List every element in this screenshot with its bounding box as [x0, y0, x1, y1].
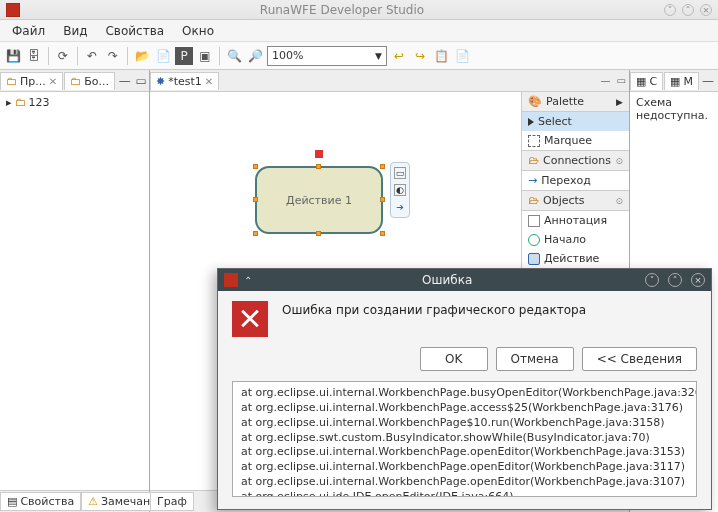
resize-handle[interactable] [316, 231, 321, 236]
reload-icon[interactable]: ⟳ [54, 47, 72, 65]
palette-action[interactable]: Действие [522, 249, 629, 268]
save-icon[interactable]: 💾 [4, 47, 22, 65]
palette-item-label: Аннотация [544, 214, 607, 227]
minimize-icon[interactable]: ˅ [645, 273, 659, 287]
palette-marquee[interactable]: Marquee [522, 131, 629, 150]
stack-line: at org.eclipse.ui.ide.IDE.openEditor(IDE… [241, 490, 688, 497]
tab-label: *test1 [168, 75, 202, 88]
minimize-view-icon[interactable]: — [701, 72, 715, 90]
details-button[interactable]: << Сведения [582, 347, 697, 371]
zoom-value: 100% [272, 49, 303, 62]
props-icon[interactable]: P [175, 47, 193, 65]
stack-line: at org.eclipse.ui.internal.WorkbenchPage… [241, 475, 688, 490]
minimize-view-icon[interactable]: — [598, 75, 614, 86]
resize-handle[interactable] [253, 197, 258, 202]
close-icon[interactable]: × [691, 273, 705, 287]
ctx-tool-icon[interactable]: ➔ [394, 201, 406, 213]
palette-start[interactable]: Начало [522, 230, 629, 249]
resize-handle[interactable] [380, 197, 385, 202]
maximize-icon[interactable]: ˄ [668, 273, 682, 287]
cancel-button[interactable]: Отмена [496, 347, 574, 371]
folder-icon: 🗀 [15, 96, 26, 109]
ctx-tool-icon[interactable]: ▭ [394, 167, 406, 179]
tab-label: Граф [157, 495, 187, 508]
node-context-palette[interactable]: ▭ ◐ ➔ [390, 162, 410, 218]
tree-item-label: 123 [29, 96, 50, 109]
palette-item-label: Select [538, 115, 572, 128]
minimize-view-icon[interactable]: — [117, 72, 133, 90]
palette-group-connections[interactable]: 🗁 Connections ⊙ [522, 150, 629, 171]
nav-fwd-icon[interactable]: ↪ [411, 47, 429, 65]
palette-header[interactable]: 🎨 Palette ▶ [522, 92, 629, 112]
minimize-icon[interactable]: ˅ [664, 4, 676, 16]
maximize-icon[interactable]: ˄ [682, 4, 694, 16]
nav-back-icon[interactable]: ↩ [390, 47, 408, 65]
left-view-tabs: 🗀 Пр... ✕ 🗀 Бо... — ▭ [0, 70, 149, 92]
restore-view-icon[interactable]: ▭ [133, 72, 149, 90]
palette-transition[interactable]: → Переход [522, 171, 629, 190]
separator [219, 47, 220, 65]
stack-trace-textarea[interactable]: at org.eclipse.ui.internal.WorkbenchPage… [232, 381, 697, 497]
tab-scheme[interactable]: ▦ С [630, 72, 663, 90]
save-all-icon[interactable]: 🗄 [25, 47, 43, 65]
tab-projects[interactable]: 🗀 Пр... ✕ [0, 72, 63, 90]
pin-icon[interactable]: ⊙ [615, 156, 623, 166]
resize-handle[interactable] [253, 231, 258, 236]
menu-file[interactable]: Файл [4, 22, 53, 40]
resize-handle[interactable] [253, 164, 258, 169]
props-icon: ▤ [7, 495, 17, 508]
dialog-title: Ошибка [258, 273, 636, 287]
config-icon[interactable]: ▣ [196, 47, 214, 65]
palette-group-label: Connections [543, 154, 611, 167]
tab-graph[interactable]: Граф [150, 492, 194, 511]
tab-props[interactable]: ▤ Свойства [0, 492, 81, 511]
stack-line: at org.eclipse.ui.internal.WorkbenchPage… [241, 445, 688, 460]
tab-bot[interactable]: 🗀 Бо... [64, 72, 115, 90]
dialog-titlebar[interactable]: ⌃ Ошибка ˅ ˄ × [218, 269, 711, 291]
palette-select[interactable]: Select [522, 112, 629, 131]
tab-mini[interactable]: ▦ М [664, 72, 699, 90]
close-icon[interactable]: ✕ [205, 76, 213, 87]
close-icon[interactable]: ✕ [49, 76, 57, 87]
menu-props[interactable]: Свойства [97, 22, 172, 40]
paste-icon[interactable]: 📄 [453, 47, 471, 65]
cursor-icon [528, 118, 534, 126]
right-view-tabs: ▦ С ▦ М — ▭ [630, 70, 718, 92]
stack-line: at org.eclipse.ui.internal.WorkbenchPage… [241, 386, 688, 401]
menu-window[interactable]: Окно [174, 22, 222, 40]
new-icon[interactable]: 📄 [154, 47, 172, 65]
open-icon[interactable]: 📂 [133, 47, 151, 65]
chevron-up-icon[interactable]: ⌃ [244, 275, 252, 286]
stack-line: at org.eclipse.ui.internal.WorkbenchPage… [241, 460, 688, 475]
scheme-unavailable-label: Схема недоступна. [630, 92, 718, 126]
undo-icon[interactable]: ↶ [83, 47, 101, 65]
action-node[interactable]: Действие 1 [255, 166, 383, 234]
maximize-view-icon[interactable]: ▭ [614, 75, 629, 86]
stack-line: at org.eclipse.ui.internal.WorkbenchPage… [241, 401, 688, 416]
expand-icon[interactable]: ▸ [6, 96, 12, 109]
zoom-combo[interactable]: 100% ▼ [267, 46, 387, 66]
resize-handle[interactable] [380, 231, 385, 236]
resize-handle[interactable] [316, 164, 321, 169]
palette-item-label: Marquee [544, 134, 592, 147]
tree-item[interactable]: ▸ 🗀 123 [6, 96, 143, 109]
close-icon[interactable]: × [700, 4, 712, 16]
redo-icon[interactable]: ↷ [104, 47, 122, 65]
editor-tab-test1[interactable]: ✸ *test1 ✕ [150, 72, 219, 90]
palette-group-label: Objects [543, 194, 585, 207]
palette-annotation[interactable]: Аннотация [522, 211, 629, 230]
palette-group-objects[interactable]: 🗁 Objects ⊙ [522, 190, 629, 211]
menu-view[interactable]: Вид [55, 22, 95, 40]
resize-handle[interactable] [380, 164, 385, 169]
warn-icon: ⚠ [88, 495, 98, 508]
pin-icon[interactable]: ⊙ [615, 196, 623, 206]
zoom-in-icon[interactable]: 🔍 [225, 47, 243, 65]
copy-icon[interactable]: 📋 [432, 47, 450, 65]
project-tree[interactable]: ▸ 🗀 123 [0, 92, 149, 490]
dialog-body: Ошибка при создании графического редакто… [218, 291, 711, 347]
palette-item-label: Переход [541, 174, 591, 187]
ctx-tool-icon[interactable]: ◐ [394, 184, 406, 196]
zoom-out-icon[interactable]: 🔎 [246, 47, 264, 65]
ok-button[interactable]: OK [420, 347, 488, 371]
delete-handle[interactable] [315, 150, 323, 158]
